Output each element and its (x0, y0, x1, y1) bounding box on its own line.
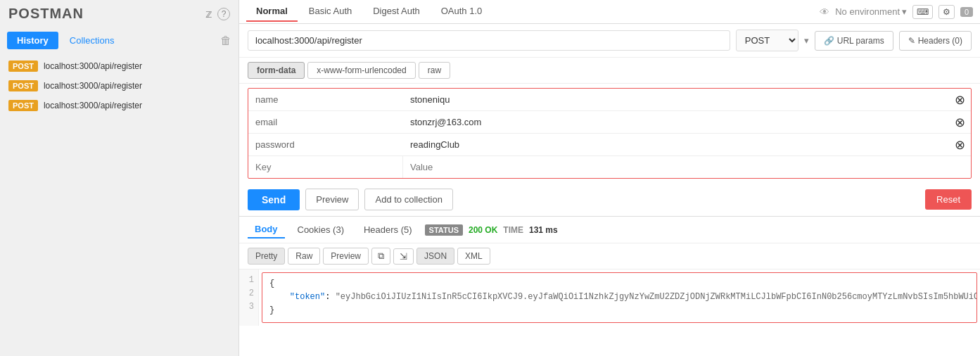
status-ok: 200 OK (469, 225, 497, 235)
tab-urlencoded[interactable]: x-www-form-urlencoded (307, 62, 415, 79)
resp-format-xml[interactable]: XML (457, 248, 490, 265)
method-select[interactable]: POST GET PUT DELETE (736, 30, 798, 51)
resp-tab-pretty[interactable]: Pretty (248, 248, 285, 265)
form-row-empty (248, 156, 971, 178)
response-body-tabs: Pretty Raw Preview ⧉ ⇲ JSON XML (239, 243, 980, 269)
history-list: POST localhost:3000/api/register POST lo… (0, 53, 238, 118)
collections-tab[interactable]: Collections (63, 32, 122, 49)
form-value-password[interactable] (403, 134, 949, 155)
help-icon[interactable]: ? (217, 8, 230, 20)
form-row-name: ⊗ (248, 89, 971, 111)
form-key-email[interactable] (248, 111, 403, 133)
history-tab[interactable]: History (7, 32, 58, 49)
form-row-password: ⊗ (248, 134, 971, 156)
history-item[interactable]: POST localhost:3000/api/register (0, 96, 238, 115)
code-line-3: } (269, 304, 969, 317)
tab-raw[interactable]: raw (419, 62, 450, 79)
line-num-1: 1 (243, 274, 254, 287)
history-item[interactable]: POST localhost:3000/api/register (0, 56, 238, 76)
settings-icon-btn[interactable]: ⚙ (938, 5, 955, 19)
trash-icon[interactable]: 🗑 (220, 34, 231, 47)
form-empty-key[interactable] (248, 156, 403, 178)
method-badge: POST (8, 80, 38, 91)
copy-icon-btn[interactable]: ⧉ (371, 248, 390, 265)
eye-icon: 👁 (820, 6, 829, 18)
method-badge: POST (8, 61, 38, 72)
response-section: Body Cookies (3) Headers (5) STATUS 200 … (239, 216, 980, 356)
sidebar-header-icons: 𝕫 ? (205, 7, 230, 20)
form-value-name[interactable] (403, 89, 949, 110)
postman-logo: POSTMAN (8, 6, 84, 22)
chevron-down-icon: ▾ (902, 6, 907, 17)
method-badge: POST (8, 100, 38, 111)
resp-tab-preview[interactable]: Preview (323, 248, 369, 265)
line-numbers: 1 2 3 (239, 269, 259, 326)
reset-button[interactable]: Reset (925, 189, 972, 210)
code-area: 1 2 3 { "token": "eyJhbGciOiJIUzI1NiIsIn… (239, 269, 980, 356)
top-nav: Normal Basic Auth Digest Auth OAuth 1.0 … (239, 0, 980, 24)
remove-email-btn[interactable]: ⊗ (949, 112, 971, 133)
response-tab-body[interactable]: Body (248, 221, 285, 239)
time-label: TIME (503, 225, 523, 235)
action-bar: Send Preview Add to collection Reset (239, 183, 980, 216)
form-value-email[interactable] (403, 111, 949, 133)
response-tab-cookies[interactable]: Cookies (3) (291, 222, 351, 238)
top-nav-right: 👁 No environment ▾ ⌨ ⚙ 0 (820, 5, 973, 19)
form-data-table: ⊗ ⊗ ⊗ (248, 88, 972, 179)
env-selector[interactable]: No environment ▾ (835, 6, 907, 17)
tab-basic-auth[interactable]: Basic Auth (299, 1, 362, 22)
tab-normal[interactable]: Normal (246, 1, 298, 22)
line-num-3: 3 (243, 300, 254, 314)
remove-password-btn[interactable]: ⊗ (949, 134, 971, 155)
tab-oauth[interactable]: OAuth 1.0 (431, 1, 492, 22)
line-num-2: 2 (243, 287, 254, 300)
add-collection-button[interactable]: Add to collection (364, 189, 452, 210)
tab-form-data[interactable]: form-data (248, 62, 305, 79)
form-key-password[interactable] (248, 134, 403, 155)
status-badge: STATUS (425, 224, 463, 236)
main-content: Normal Basic Auth Digest Auth OAuth 1.0 … (239, 0, 980, 356)
badge-count: 0 (960, 7, 973, 17)
form-row-email: ⊗ (248, 111, 971, 134)
tab-digest-auth[interactable]: Digest Auth (363, 1, 430, 22)
json-code-content[interactable]: { "token": "eyJhbGciOiJIUzI1NiIsInR5cCI6… (262, 272, 977, 323)
url-bar: POST GET PUT DELETE ▾ 🔗 URL params ✎ Hea… (239, 24, 980, 58)
history-url: localhost:3000/api/register (44, 61, 142, 71)
body-type-tabs: form-data x-www-form-urlencoded raw (239, 58, 980, 84)
code-lines: 1 2 3 { "token": "eyJhbGciOiJIUzI1NiIsIn… (239, 269, 980, 326)
url-input[interactable] (248, 30, 730, 51)
remove-name-btn[interactable]: ⊗ (949, 89, 971, 110)
link-icon: 🔗 (824, 36, 834, 46)
history-url: localhost:3000/api/register (44, 81, 142, 91)
sidebar-header: POSTMAN 𝕫 ? (0, 0, 238, 27)
response-header: Body Cookies (3) Headers (5) STATUS 200 … (239, 217, 980, 243)
url-params-btn[interactable]: 🔗 URL params (815, 31, 893, 51)
preview-button[interactable]: Preview (305, 189, 359, 210)
form-empty-value[interactable] (403, 156, 971, 178)
resp-format-json[interactable]: JSON (416, 248, 454, 265)
sidebar: POSTMAN 𝕫 ? History Collections 🗑 POST l… (0, 0, 239, 356)
headers-btn[interactable]: ✎ Headers (0) (899, 31, 972, 51)
env-label: No environment (835, 6, 900, 17)
history-item[interactable]: POST localhost:3000/api/register (0, 76, 238, 96)
time-value: 131 ms (529, 225, 558, 235)
code-line-1: { (269, 277, 969, 291)
history-url: localhost:3000/api/register (44, 101, 142, 110)
twitter-icon[interactable]: 𝕫 (205, 7, 212, 20)
expand-icon-btn[interactable]: ⇲ (393, 248, 414, 265)
sidebar-tabs: History Collections 🗑 (0, 27, 238, 53)
response-tab-headers[interactable]: Headers (5) (357, 222, 419, 238)
keyboard-icon-btn[interactable]: ⌨ (912, 5, 933, 19)
edit-icon: ✎ (908, 36, 915, 46)
resp-tab-raw[interactable]: Raw (288, 248, 320, 265)
form-key-name[interactable] (248, 89, 403, 110)
send-button[interactable]: Send (248, 189, 300, 210)
code-line-2: "token": "eyJhbGciOiJIUzI1NiIsInR5cCI6Ik… (269, 291, 969, 304)
